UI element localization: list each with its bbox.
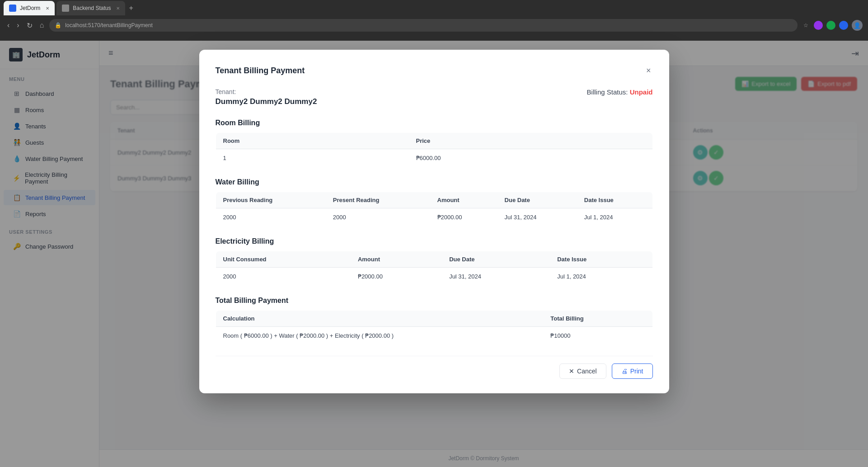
water-col-issue: Date Issue xyxy=(577,192,652,208)
water-prev-reading: 2000 xyxy=(216,208,326,226)
water-col-present: Present Reading xyxy=(326,192,430,208)
cancel-icon: ✕ xyxy=(569,368,574,375)
electricity-table-row: 2000 ₱2000.00 Jul 31, 2024 Jul 1, 2024 xyxy=(216,268,652,286)
water-amount: ₱2000.00 xyxy=(430,208,497,226)
print-label: Print xyxy=(630,368,643,375)
tab-favicon xyxy=(9,5,16,12)
water-billing-table: Previous Reading Present Reading Amount … xyxy=(216,192,653,226)
water-table-row: 2000 2000 ₱2000.00 Jul 31, 2024 Jul 1, 2… xyxy=(216,208,652,226)
profile-icon[interactable]: 👤 xyxy=(852,20,863,31)
tab-jetdorm[interactable]: JetDorm ✕ xyxy=(4,1,55,15)
room-number: 1 xyxy=(216,149,409,167)
total-table-row: Room ( ₱6000.00 ) + Water ( ₱2000.00 ) +… xyxy=(216,327,652,345)
water-col-amount: Amount xyxy=(430,192,497,208)
tab-close-2[interactable]: ✕ xyxy=(116,6,120,11)
address-lock-icon: 🔒 xyxy=(55,22,61,28)
electricity-billing-table: Unit Consumed Amount Due Date Date Issue… xyxy=(216,251,653,286)
elec-unit-consumed: 2000 xyxy=(216,268,351,286)
back-button[interactable]: ‹ xyxy=(5,19,11,31)
electricity-billing-heading: Electricity Billing xyxy=(216,237,653,245)
elec-col-amount: Amount xyxy=(351,251,442,268)
water-due-date: Jul 31, 2024 xyxy=(497,208,577,226)
address-bar[interactable]: 🔒 localhost:5170/tenantBillingPayment xyxy=(49,19,798,32)
new-tab-button[interactable]: + xyxy=(127,4,135,12)
tenant-label: Tenant: xyxy=(216,88,317,95)
total-billing-value: ₱10000 xyxy=(543,327,652,345)
room-col-price: Price xyxy=(409,133,652,149)
total-calculation: Room ( ₱6000.00 ) + Water ( ₱2000.00 ) +… xyxy=(216,327,543,345)
elec-amount: ₱2000.00 xyxy=(351,268,442,286)
browser-tabs: JetDorm ✕ Backend Status ✕ + xyxy=(0,0,868,16)
modal-footer: ✕ Cancel 🖨 Print xyxy=(216,356,653,379)
browser-chrome: JetDorm ✕ Backend Status ✕ + ‹ › ↻ ⌂ 🔒 l… xyxy=(0,0,868,41)
tenant-section: Tenant: Dummy2 Dummy2 Dummy2 Billing Sta… xyxy=(216,88,653,106)
billing-status-label: Billing Status: xyxy=(587,88,628,96)
address-text: localhost:5170/tenantBillingPayment xyxy=(65,22,152,28)
water-date-issue: Jul 1, 2024 xyxy=(577,208,652,226)
water-col-due: Due Date xyxy=(497,192,577,208)
elec-col-due: Due Date xyxy=(442,251,550,268)
elec-col-issue: Date Issue xyxy=(550,251,652,268)
total-billing-heading: Total Billing Payment xyxy=(216,297,653,305)
total-billing-table: Calculation Total Billing Room ( ₱6000.0… xyxy=(216,310,653,345)
modal-close-button[interactable]: × xyxy=(644,64,653,77)
elec-due-date: Jul 31, 2024 xyxy=(442,268,550,286)
tab-close[interactable]: ✕ xyxy=(46,6,49,11)
water-billing-heading: Water Billing xyxy=(216,178,653,186)
billing-status: Billing Status: Unpaid xyxy=(587,88,653,96)
water-col-prev: Previous Reading xyxy=(216,192,326,208)
star-icon[interactable]: ☆ xyxy=(801,21,810,30)
modal-title: Tenant Billing Payment xyxy=(216,66,305,75)
extension-icon-2[interactable] xyxy=(826,21,835,30)
modal-overlay: Tenant Billing Payment × Tenant: Dummy2 … xyxy=(0,41,868,467)
total-col-billing: Total Billing xyxy=(543,311,652,327)
room-table-row: 1 ₱6000.00 xyxy=(216,149,652,167)
modal-header: Tenant Billing Payment × xyxy=(216,64,653,77)
cancel-label: Cancel xyxy=(577,368,597,375)
print-button[interactable]: 🖨 Print xyxy=(612,363,653,379)
print-icon: 🖨 xyxy=(621,368,628,375)
room-billing-table: Room Price 1 ₱6000.00 xyxy=(216,132,653,167)
tenant-billing-modal: Tenant Billing Payment × Tenant: Dummy2 … xyxy=(199,50,669,393)
tab-label: JetDorm xyxy=(20,5,40,11)
tenant-name: Dummy2 Dummy2 Dummy2 xyxy=(216,97,317,106)
refresh-button[interactable]: ↻ xyxy=(25,19,34,32)
browser-actions: ☆ 👤 xyxy=(801,20,863,31)
room-price: ₱6000.00 xyxy=(409,149,652,167)
tab-backend[interactable]: Backend Status ✕ xyxy=(56,1,125,15)
elec-col-unit: Unit Consumed xyxy=(216,251,351,268)
cancel-button[interactable]: ✕ Cancel xyxy=(559,363,606,379)
total-col-calculation: Calculation xyxy=(216,311,543,327)
extension-icon-3[interactable] xyxy=(839,21,848,30)
extension-icon-1[interactable] xyxy=(814,21,823,30)
browser-toolbar: ‹ › ↻ ⌂ 🔒 localhost:5170/tenantBillingPa… xyxy=(0,16,868,34)
room-col-room: Room xyxy=(216,133,409,149)
home-button[interactable]: ⌂ xyxy=(38,19,46,31)
tab-label-2: Backend Status xyxy=(73,5,111,11)
water-present-reading: 2000 xyxy=(326,208,430,226)
tab-favicon-2 xyxy=(62,5,69,12)
billing-status-value: Unpaid xyxy=(630,88,653,96)
elec-date-issue: Jul 1, 2024 xyxy=(550,268,652,286)
room-billing-heading: Room Billing xyxy=(216,119,653,127)
tenant-info: Tenant: Dummy2 Dummy2 Dummy2 xyxy=(216,88,317,106)
forward-button[interactable]: › xyxy=(15,19,21,31)
